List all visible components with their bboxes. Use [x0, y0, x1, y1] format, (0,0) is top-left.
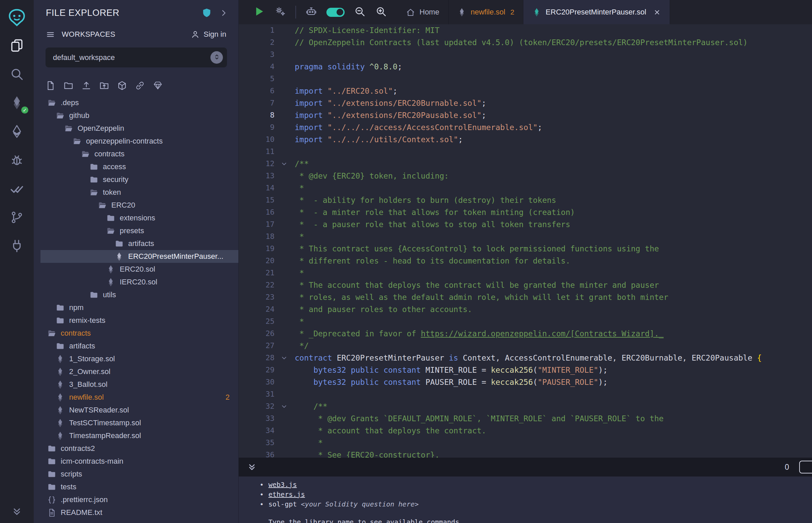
iconbar-plugin-manager[interactable] [0, 232, 34, 261]
workspace-cycle-button[interactable] [210, 51, 223, 64]
zoom-out-button[interactable] [354, 6, 366, 18]
fold-gutter [275, 36, 293, 49]
activity-icons: ✓ [0, 5, 34, 261]
iconbar-deploy-and-run[interactable] [0, 118, 34, 146]
code-line: 22 * The account that deploys the contra… [239, 279, 812, 291]
tree-item-erc20-sol[interactable]: ERC20.sol [40, 263, 239, 276]
sign-in-label: Sign in [204, 30, 226, 39]
tree-item-utils[interactable]: utils [40, 288, 239, 301]
code-text: * [293, 182, 304, 194]
iconbar-file-explorer[interactable] [0, 32, 34, 60]
expand-terminal-button[interactable] [247, 462, 257, 472]
code-line: 32 /** [239, 400, 812, 413]
tree-item-contracts2[interactable]: contracts2 [40, 442, 239, 455]
tree-item-3-ballot-sol[interactable]: 3_Ballot.sol [40, 378, 239, 391]
iconbar-debugger[interactable] [0, 146, 34, 175]
tree-item-newtsreader-sol[interactable]: NewTSReader.sol [40, 404, 239, 416]
tree-item-label: .prettierrc.json [61, 495, 108, 504]
iconbar-solidity-compiler[interactable]: ✓ [0, 89, 34, 118]
tree-item-label: artifacts [69, 342, 95, 350]
create-file-button[interactable] [46, 80, 56, 91]
code-text: * different roles - head to its document… [293, 255, 570, 267]
tree-item-ierc20-sol[interactable]: IERC20.sol [40, 276, 239, 288]
tree-item-1-storage-sol[interactable]: 1_Storage.sol [40, 353, 239, 365]
close-tab-icon[interactable] [653, 8, 661, 16]
upload-folder-button[interactable] [99, 80, 109, 91]
tree-item-artifacts[interactable]: artifacts [40, 340, 239, 353]
terminal-link[interactable]: web3.js [268, 480, 297, 490]
publish-workspace-button[interactable] [153, 80, 163, 91]
terminal-search-box[interactable] [799, 461, 812, 473]
tree-item-2-owner-sol[interactable]: 2_Owner.sol [40, 365, 239, 378]
tree-item-token[interactable]: token [40, 186, 239, 199]
iconbar-git[interactable] [0, 203, 34, 232]
create-folder-button[interactable] [64, 80, 73, 91]
tree-item-npm[interactable]: npm [40, 301, 239, 314]
iconbar-search[interactable] [0, 60, 34, 89]
editor-tab-bar: Homenewfile.sol2ERC20PresetMinterPauser.… [239, 0, 812, 24]
ai-copilot-toggle[interactable] [326, 8, 345, 17]
terminal-link[interactable]: ethers.js [268, 490, 305, 500]
run-script-button[interactable] [253, 6, 265, 18]
compile-settings-button[interactable] [274, 6, 286, 18]
tree-item-erc20presetminterpauser[interactable]: ERC20PresetMinterPauser... [40, 250, 239, 263]
tree-item-scripts[interactable]: scripts [40, 468, 239, 481]
workspaces-menu-button[interactable] [46, 30, 55, 39]
code-text: bytes32 public constant PAUSER_ROLE = ke… [293, 376, 608, 388]
tree-item-prettierrc-json[interactable]: .prettierrc.json [40, 493, 239, 506]
file-tree: .depsgithubOpenZeppelinopenzeppelin-cont… [34, 96, 239, 523]
code-line: 33 * @dev Grants `DEFAULT_ADMIN_ROLE`, `… [239, 413, 812, 425]
fold-toggle[interactable] [275, 352, 293, 364]
iconbar-unit-testing[interactable] [0, 175, 34, 203]
code-line: 14 * [239, 182, 812, 194]
tree-item-erc20[interactable]: ERC20 [40, 199, 239, 212]
tree-item-presets[interactable]: presets [40, 224, 239, 237]
tree-item-label: contracts2 [61, 444, 95, 453]
tree-item-security[interactable]: security [40, 173, 239, 186]
line-number: 19 [239, 242, 275, 255]
tree-item-github[interactable]: github [40, 109, 239, 122]
code-line: 15 * - ability for holders to burn (dest… [239, 194, 812, 206]
zoom-in-button[interactable] [375, 6, 387, 18]
tab-erc20presetminterpauser-sol[interactable]: ERC20PresetMinterPauser.sol [523, 0, 670, 24]
tab-home[interactable]: Home [397, 0, 448, 24]
tree-item-artifacts[interactable]: artifacts [40, 237, 239, 250]
fold-gutter [275, 182, 293, 194]
expand-panel-button[interactable] [219, 8, 228, 18]
tree-item-testsctimestamp-sol[interactable]: TestSCTimestamp.sol [40, 416, 239, 429]
load-package-button[interactable] [117, 80, 127, 91]
tree-item-openzeppelin-contracts[interactable]: openzeppelin-contracts [40, 135, 239, 148]
tree-item-extensions[interactable]: extensions [40, 212, 239, 224]
tree-item-remix-tests[interactable]: remix-tests [40, 314, 239, 327]
tree-item-readme-txt[interactable]: README.txt [40, 506, 239, 519]
tree-item-openzeppelin[interactable]: OpenZeppelin [40, 122, 239, 135]
iconbar-remix-logo[interactable] [0, 5, 34, 32]
code-editor[interactable]: 1// SPDX-License-Identifier: MIT2// Open… [239, 24, 812, 458]
tree-item-tests[interactable]: tests [40, 481, 239, 493]
fold-gutter [275, 109, 293, 121]
fold-gutter [275, 388, 293, 400]
import-from-url-button[interactable] [135, 80, 145, 91]
fold-toggle[interactable] [275, 400, 293, 413]
fold-gutter [275, 61, 293, 73]
tree-item-contracts[interactable]: contracts [40, 148, 239, 160]
tree-item-icm-contracts-main[interactable]: icm-contracts-main [40, 455, 239, 468]
tree-item-newfile-sol[interactable]: newfile.sol2 [40, 391, 239, 404]
tree-item-access[interactable]: access [40, 160, 239, 173]
tree-item-contracts[interactable]: contracts [40, 327, 239, 340]
code-text: * and pauser roles to other accounts. [293, 303, 472, 315]
upload-file-button[interactable] [81, 80, 91, 91]
tab-newfile-sol[interactable]: newfile.sol2 [448, 0, 523, 24]
tree-item-label: IERC20.sol [120, 278, 157, 286]
tree-item-timestampreader-sol[interactable]: TimestampReader.sol [40, 429, 239, 442]
workspace-select[interactable]: default_workspace [46, 48, 227, 67]
collapse-icon-bar-button[interactable] [0, 502, 34, 522]
line-number: 22 [239, 279, 275, 291]
fold-toggle[interactable] [275, 158, 293, 170]
remix-ai-button[interactable] [305, 6, 317, 18]
fold-gutter [275, 315, 293, 327]
tree-item-deps[interactable]: .deps [40, 96, 239, 109]
sign-in-button[interactable]: Sign in [191, 30, 226, 39]
line-number: 32 [239, 400, 275, 413]
editor-region: Homenewfile.sol2ERC20PresetMinterPauser.… [239, 0, 812, 523]
